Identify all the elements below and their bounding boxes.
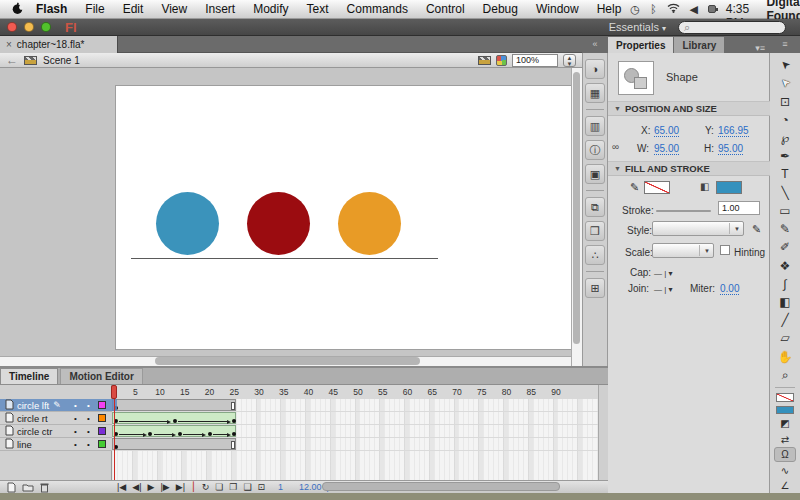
fill-color-swatch[interactable]: [716, 181, 742, 194]
layer-lock-dot[interactable]: •: [87, 414, 90, 423]
go-to-first-frame-button[interactable]: |◀: [114, 482, 129, 492]
close-tab-icon[interactable]: ×: [6, 39, 12, 50]
play-button[interactable]: ▶: [145, 482, 158, 492]
pencil-tool-icon[interactable]: ✎: [774, 220, 796, 238]
layer-row-line[interactable]: line••: [0, 438, 112, 451]
layer-visibility-dot[interactable]: •: [74, 414, 77, 423]
stage-canvas[interactable]: [115, 85, 571, 350]
menu-file[interactable]: File: [76, 2, 113, 16]
back-arrow-icon[interactable]: ←: [6, 53, 18, 67]
frame-row-line[interactable]: [112, 438, 598, 451]
frame-row-circle-lft[interactable]: [112, 399, 598, 412]
tools-panel-menu-icon[interactable]: ≡: [770, 36, 800, 53]
color-panel-icon[interactable]: ◑: [585, 59, 605, 79]
brush-tool-icon[interactable]: ✐: [774, 238, 796, 256]
pen-tool-icon[interactable]: ✒: [774, 147, 796, 165]
layer-row-circle-ctr[interactable]: circle ctr••: [0, 425, 112, 438]
center-frame-icon[interactable]: ⎮: [188, 482, 199, 492]
menu-text[interactable]: Text: [298, 2, 338, 16]
layer-visibility-dot[interactable]: •: [74, 440, 77, 449]
swap-colors-button[interactable]: ⇄: [774, 432, 796, 447]
motion-presets-panel-icon[interactable]: ∴: [585, 245, 605, 265]
battery-icon[interactable]: [708, 5, 716, 13]
style-dropdown[interactable]: [652, 221, 744, 236]
current-frame-indicator[interactable]: 1: [278, 482, 283, 492]
volume-icon[interactable]: ◀: [690, 3, 698, 16]
transform-panel-icon[interactable]: ▣: [585, 164, 605, 184]
y-value[interactable]: 166.95: [718, 125, 749, 137]
right-circle-shape[interactable]: [338, 192, 401, 255]
tween-frame-span[interactable]: [112, 412, 236, 424]
stroke-color-swatch[interactable]: [644, 181, 670, 194]
step-back-button[interactable]: ◀|: [129, 482, 144, 492]
dock-collapse-button[interactable]: «: [582, 36, 608, 53]
layer-name[interactable]: circle rt: [17, 413, 48, 424]
zoom-stepper[interactable]: ▲▼: [563, 54, 576, 67]
keyframe-dot[interactable]: [232, 419, 236, 423]
new-folder-button[interactable]: [19, 483, 37, 492]
w-value[interactable]: 95.00: [654, 143, 679, 155]
layer-name[interactable]: line: [17, 439, 32, 450]
line-shape[interactable]: [131, 258, 438, 259]
frame-row-circle-rt[interactable]: [112, 412, 598, 425]
panel-menu-icon[interactable]: ▾≡: [755, 43, 770, 53]
edit-symbols-icon[interactable]: [496, 55, 507, 66]
onion-skin-outlines-icon[interactable]: ❐: [226, 482, 240, 492]
bone-tool-icon[interactable]: ∫: [774, 275, 796, 293]
keyframe-dot[interactable]: [232, 432, 236, 436]
timeline-horizontal-scroll-thumb[interactable]: [322, 482, 560, 491]
layer-lock-dot[interactable]: •: [87, 440, 90, 449]
zoom-tool-icon[interactable]: ⌕: [774, 366, 796, 384]
layer-lock-dot[interactable]: •: [87, 401, 90, 410]
paint-bucket-tool-icon[interactable]: ◧: [774, 293, 796, 311]
edit-multiple-frames-icon[interactable]: ❑: [240, 482, 254, 492]
black-white-button[interactable]: ◩: [774, 416, 796, 431]
menu-edit[interactable]: Edit: [114, 2, 153, 16]
frame-row-circle-ctr[interactable]: [112, 425, 598, 438]
workspace-switcher[interactable]: Essentials ▾: [609, 21, 666, 33]
app-search-input[interactable]: ⌕: [678, 21, 786, 34]
eraser-tool-icon[interactable]: ▱: [774, 329, 796, 347]
stroke-pencil-icon[interactable]: ✎: [630, 181, 639, 194]
code-snippets-panel-icon[interactable]: ⧉: [585, 197, 605, 217]
static-frame-span[interactable]: [112, 438, 236, 450]
snap-to-objects-button[interactable]: Ω: [774, 447, 796, 462]
layer-visibility-dot[interactable]: •: [74, 401, 77, 410]
text-tool-icon[interactable]: T: [774, 165, 796, 183]
stroke-slider[interactable]: [656, 210, 711, 212]
keyframe-dot[interactable]: [148, 432, 152, 436]
keyframe-dot[interactable]: [173, 419, 177, 423]
menu-flash[interactable]: Flash: [27, 2, 76, 16]
cap-style-button[interactable]: — | ▾: [654, 267, 680, 279]
menu-view[interactable]: View: [152, 2, 196, 16]
menu-insert[interactable]: Insert: [196, 2, 244, 16]
zoom-level-input[interactable]: 100%: [512, 54, 558, 67]
layer-outline-color-swatch[interactable]: [98, 427, 106, 435]
timeline-frames-area[interactable]: [112, 399, 598, 480]
document-tab[interactable]: × chapter~18.fla*: [0, 36, 118, 53]
straighten-button[interactable]: ∠: [774, 478, 796, 493]
menu-help[interactable]: Help: [588, 2, 631, 16]
layer-outline-color-swatch[interactable]: [98, 414, 106, 422]
stage-vertical-scroll-thumb[interactable]: [573, 72, 580, 344]
step-forward-button[interactable]: |▶: [157, 482, 172, 492]
lasso-tool-icon[interactable]: ℘: [774, 129, 796, 147]
x-value[interactable]: 65.00: [654, 125, 679, 137]
smooth-button[interactable]: ∿: [774, 462, 796, 477]
pasteboard[interactable]: [0, 68, 571, 356]
hinting-checkbox[interactable]: [720, 245, 730, 255]
layer-visibility-dot[interactable]: •: [74, 427, 77, 436]
scale-dropdown[interactable]: [652, 243, 714, 258]
line-tool-icon[interactable]: ╲: [774, 184, 796, 202]
menu-modify[interactable]: Modify: [244, 2, 297, 16]
keyframe-dot[interactable]: [178, 432, 182, 436]
menu-commands[interactable]: Commands: [338, 2, 417, 16]
info-panel-icon[interactable]: ⓘ: [585, 140, 605, 160]
close-window-button[interactable]: [7, 22, 17, 32]
layer-name[interactable]: circle lft: [17, 400, 49, 411]
go-to-last-frame-button[interactable]: ▶|: [173, 482, 188, 492]
layer-outline-color-swatch[interactable]: [98, 401, 106, 409]
tab-library[interactable]: Library: [674, 37, 724, 53]
stroke-width-input[interactable]: 1.00: [718, 201, 760, 215]
join-style-button[interactable]: — | ▾: [654, 283, 680, 295]
